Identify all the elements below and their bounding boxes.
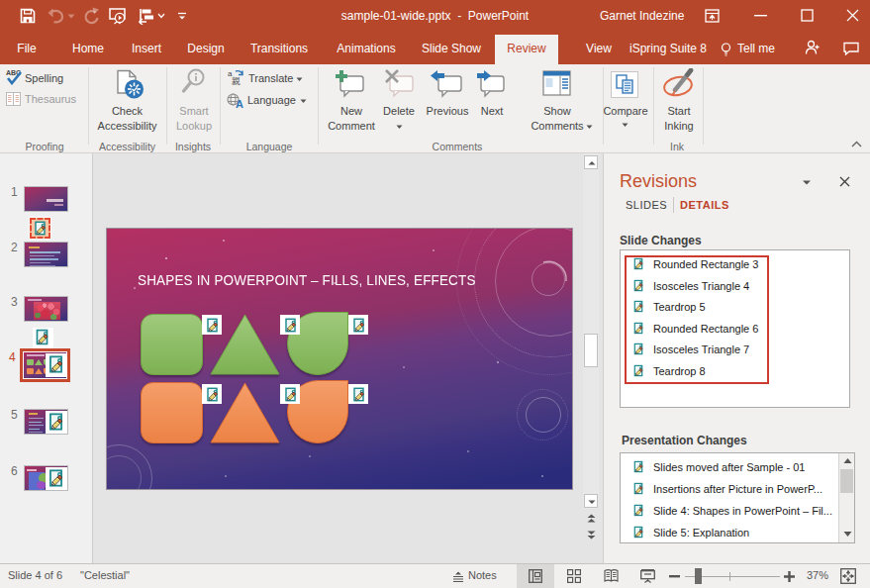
svg-text:A: A	[236, 98, 243, 109]
svg-text:親: 親	[232, 76, 241, 85]
